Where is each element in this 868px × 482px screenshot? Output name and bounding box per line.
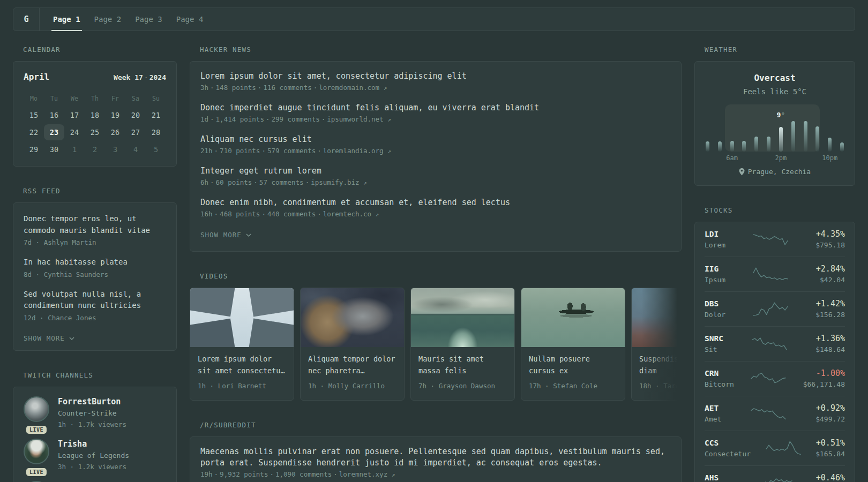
logo[interactable]: G bbox=[13, 8, 40, 31]
stock-change: +1.42% bbox=[815, 298, 845, 310]
calendar-day: 30 bbox=[44, 141, 64, 158]
calendar-year: 2024 bbox=[149, 73, 166, 81]
video-title[interactable]: Suspendisse sodales diam bbox=[639, 353, 682, 376]
stock-name: Consectetur bbox=[705, 449, 751, 460]
stock-name: Lorem bbox=[705, 240, 725, 251]
rss-item-meta: 12d · Chance Jones bbox=[24, 313, 166, 323]
channel-name[interactable]: ForrestBurton bbox=[58, 396, 126, 408]
video-title[interactable]: Aliquam tempor dolor nec pharetra… bbox=[308, 353, 396, 376]
video-thumbnail bbox=[411, 288, 514, 347]
stock-row[interactable]: LDILorem +4.35%$795.18 bbox=[705, 222, 845, 257]
hn-item-domain[interactable]: ipsumify.biz bbox=[311, 178, 359, 186]
stock-symbol: IIG bbox=[705, 263, 725, 275]
weather-condition: Overcast bbox=[705, 72, 844, 84]
avatar bbox=[24, 439, 49, 464]
stock-name: Amet bbox=[705, 414, 721, 425]
weather-bar bbox=[791, 121, 795, 152]
video-card[interactable]: Lorem ipsum dolor sit amet consectetu… 1… bbox=[190, 288, 294, 401]
rss-item-title[interactable]: Donec tempor eros leo, ut commodo mauris… bbox=[24, 214, 150, 235]
hn-item-title[interactable]: Integer eget rutrum lorem bbox=[200, 165, 671, 177]
rss-show-more-button[interactable]: SHOW MORE bbox=[24, 333, 166, 344]
right-column: WEATHER Overcast Feels like 5°C 9° 6am2p… bbox=[694, 46, 855, 482]
stock-row[interactable]: CRNBitcorn -1.00%$66,171.48 bbox=[705, 362, 845, 396]
hn-item-title[interactable]: Donec imperdiet augue tincidunt felis al… bbox=[200, 102, 671, 114]
external-link-icon: ↗ bbox=[384, 85, 387, 92]
stock-symbol: CCS bbox=[705, 438, 751, 449]
calendar-grid: Mo Tu We Th Fr Sa Su 15 16 17 18 19 20 2… bbox=[24, 95, 166, 158]
video-title[interactable]: Lorem ipsum dolor sit amet consectetu… bbox=[198, 353, 286, 376]
hn-item-title[interactable]: Donec enim nibh, condimentum et accumsan… bbox=[200, 197, 671, 208]
calendar-day: 1 bbox=[64, 141, 85, 158]
twitch-channel[interactable]: LIVE ForrestBurton Counter-Strike 1h · 1… bbox=[24, 396, 166, 430]
weather-feels-like: Feels like 5°C bbox=[705, 86, 844, 97]
video-card[interactable]: Nullam posuere cursus ex 17h · Stefan Co… bbox=[521, 288, 625, 401]
weather-widget-title: WEATHER bbox=[705, 46, 855, 54]
stock-change: +0.92% bbox=[815, 403, 845, 414]
hn-item-domain[interactable]: loremdomain.com bbox=[319, 84, 379, 92]
stock-row[interactable]: DBSDolor +1.42%$156.28 bbox=[705, 292, 845, 327]
video-card[interactable]: Suspendisse sodales diam 18h · Tara bbox=[631, 288, 682, 401]
hackernews-card: Lorem ipsum dolor sit amet, consectetur … bbox=[190, 61, 682, 252]
avatar-wrap: LIVE bbox=[24, 439, 49, 472]
stock-name: Ipsum bbox=[705, 275, 725, 285]
calendar-day: 26 bbox=[105, 124, 125, 141]
separator: · bbox=[143, 73, 149, 81]
weekday-label: Th bbox=[85, 95, 105, 102]
hn-item: Donec enim nibh, condimentum et accumsan… bbox=[200, 197, 671, 220]
stock-row[interactable]: IIGIpsum +2.84%$42.04 bbox=[705, 257, 845, 292]
hn-show-more-button[interactable]: SHOW MORE bbox=[200, 230, 671, 240]
tab-page-2[interactable]: Page 2 bbox=[87, 8, 129, 31]
stock-name: Sit bbox=[705, 344, 723, 355]
videos-widget: VIDEOS Lorem ipsum dolor sit amet consec… bbox=[190, 272, 682, 401]
video-title[interactable]: Mauris sit amet massa felis bbox=[418, 353, 507, 376]
channel-category[interactable]: League of Legends bbox=[58, 450, 129, 462]
rss-item-title[interactable]: Sed volutpat nulla nisl, a condimentum n… bbox=[24, 290, 141, 310]
video-meta: 7h · Grayson Dawson bbox=[418, 381, 507, 391]
external-link-icon: ↗ bbox=[387, 116, 391, 123]
page: G Page 1 Page 2 Page 3 Page 4 CALENDAR A… bbox=[0, 0, 868, 482]
tab-page-4[interactable]: Page 4 bbox=[169, 8, 211, 31]
stock-row[interactable]: AETAmet +0.92%$499.72 bbox=[705, 396, 845, 431]
calendar-day: 29 bbox=[24, 141, 44, 158]
stock-price: $795.18 bbox=[815, 240, 845, 251]
stock-row[interactable]: AHSAliquam +0.46%$88.10 bbox=[705, 466, 845, 482]
video-thumbnail bbox=[301, 288, 404, 347]
twitch-channel[interactable]: LIVE Trisha League of Legends 3h · 1.2k … bbox=[24, 439, 166, 472]
rss-item: Donec tempor eros leo, ut commodo mauris… bbox=[24, 213, 166, 248]
weather-location: Prague, Czechia bbox=[705, 168, 844, 176]
weather-bar bbox=[718, 141, 722, 152]
rss-item-title[interactable]: In hac habitasse platea bbox=[24, 258, 128, 266]
stock-symbol: AET bbox=[705, 403, 721, 414]
hn-item-meta: 3h·148 points·116 comments·loremdomain.c… bbox=[200, 82, 671, 94]
stock-change: +0.46% bbox=[816, 472, 845, 482]
hn-item-domain[interactable]: loremtech.co bbox=[323, 210, 371, 218]
channel-category[interactable]: Counter-Strike bbox=[58, 408, 126, 419]
calendar-widget: CALENDAR April Week 17·2024 Mo Tu We Th … bbox=[13, 46, 177, 167]
reddit-post-domain[interactable]: loremnet.xyz bbox=[339, 470, 387, 478]
video-card[interactable]: Aliquam tempor dolor nec pharetra… 1h · … bbox=[300, 288, 405, 401]
reddit-widget-title: /R/SUBREDDIT bbox=[200, 421, 682, 429]
stock-row[interactable]: SNRCSit +1.36%$148.64 bbox=[705, 327, 845, 362]
channel-name[interactable]: Trisha bbox=[58, 439, 129, 450]
stock-price: $42.04 bbox=[816, 275, 845, 285]
hn-item-meta: 6h·60 points·57 comments·ipsumify.biz ↗ bbox=[200, 177, 671, 189]
hn-item-title[interactable]: Lorem ipsum dolor sit amet, consectetur … bbox=[200, 71, 671, 82]
hackernews-widget: HACKER NEWS Lorem ipsum dolor sit amet, … bbox=[190, 46, 682, 252]
external-link-icon: ↗ bbox=[387, 148, 391, 155]
avatar-wrap: LIVE bbox=[24, 396, 49, 430]
reddit-post: Maecenas mollis pulvinar erat non posuer… bbox=[200, 446, 671, 480]
twitch-widget: TWITCH CHANNELS LIVE ForrestBurton Count… bbox=[13, 371, 177, 482]
tab-page-3[interactable]: Page 3 bbox=[128, 8, 169, 31]
weather-widget: WEATHER Overcast Feels like 5°C 9° 6am2p… bbox=[694, 46, 855, 186]
hn-item-title[interactable]: Aliquam nec cursus elit bbox=[200, 134, 671, 145]
reddit-post-title[interactable]: Maecenas mollis pulvinar erat non posuer… bbox=[200, 446, 671, 469]
video-title[interactable]: Nullam posuere cursus ex bbox=[529, 353, 617, 376]
calendar-card: April Week 17·2024 Mo Tu We Th Fr Sa Su … bbox=[13, 61, 177, 167]
video-card[interactable]: Mauris sit amet massa felis 7h · Grayson… bbox=[410, 288, 515, 401]
hn-item-domain[interactable]: loremlandia.org bbox=[323, 147, 384, 155]
stock-sparkline bbox=[765, 440, 802, 456]
tab-page-1[interactable]: Page 1 bbox=[46, 8, 87, 31]
hn-item-domain[interactable]: ipsumworld.net bbox=[327, 115, 383, 123]
calendar-day-selected: 23 bbox=[44, 124, 64, 141]
stock-row[interactable]: CCSConsectetur +0.51%$165.84 bbox=[705, 431, 845, 466]
